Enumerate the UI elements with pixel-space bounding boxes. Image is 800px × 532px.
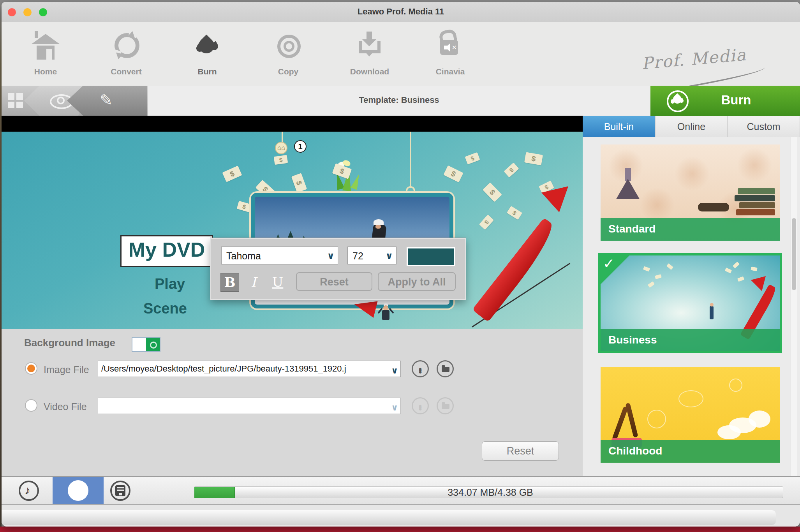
template-name-label: Template: Business — [148, 95, 650, 105]
scene-menu-item[interactable]: Scene — [143, 300, 187, 317]
video-open-folder-button-disabled — [437, 397, 454, 414]
templates-panel: Built-in Online Custom Standard — [583, 116, 800, 476]
edit-mode-button[interactable]: ✎ — [67, 86, 147, 116]
video-file-label: Video File — [44, 401, 87, 412]
video-file-path-input[interactable]: ∨ — [98, 398, 401, 414]
image-icon — [88, 489, 100, 499]
tab-online[interactable]: Online — [655, 116, 728, 137]
image-browse-ellipsis-button[interactable]: ● ● ● — [412, 360, 429, 377]
home-icon — [32, 29, 60, 65]
app-window: Leawo Prof. Media 11 Home Convert Burn — [2, 2, 800, 527]
toolbar-item-label: Copy — [259, 67, 317, 76]
template-name-band: Childhood — [601, 440, 780, 463]
toolbar-item-label: Download — [340, 67, 399, 76]
disc-menu-button[interactable] — [110, 481, 130, 501]
video-browse-ellipsis-button-disabled: ● ● ● — [412, 397, 429, 414]
hanging-string — [410, 132, 411, 187]
bottom-toolbar: ♪ 334.07 MB/4.38 GB — [2, 476, 800, 504]
scrollbar-thumb[interactable] — [792, 218, 796, 290]
logo-text: Prof. Media — [641, 45, 747, 73]
toolbar-item-cinavia[interactable]: ✕ Cinavia — [421, 26, 479, 85]
font-family-value: Tahoma — [226, 250, 261, 261]
red-arrow-graphic — [472, 218, 560, 322]
toolbar-item-download[interactable]: Download — [340, 26, 399, 85]
image-open-folder-button[interactable] — [437, 360, 454, 377]
toolbar-item-label: Convert — [97, 67, 155, 76]
capacity-text: 334.07 MB/4.38 GB — [370, 487, 611, 498]
download-icon — [356, 29, 384, 65]
toolbar-item-burn[interactable]: Burn — [178, 26, 236, 85]
chevron-down-icon: ∨ — [391, 400, 398, 414]
background-image-toggle[interactable] — [132, 337, 160, 352]
folder-icon — [442, 367, 449, 372]
italic-button[interactable]: I — [245, 273, 263, 291]
money-bill: $ — [274, 155, 288, 165]
image-file-path-input[interactable]: /Users/moyea/Desktop/test_picture/JPG/be… — [98, 361, 401, 377]
font-color-swatch[interactable] — [407, 247, 455, 266]
background-image-section: Background Image Image File /Users/moyea… — [2, 329, 583, 476]
bold-button[interactable]: B — [220, 273, 239, 292]
template-card-business-selected[interactable]: Business ✓ — [598, 253, 782, 353]
desktop: Leawo Prof. Media 11 Home Convert Burn — [0, 0, 800, 532]
money-bill: $ — [465, 152, 480, 164]
font-reset-button[interactable]: Reset — [296, 272, 372, 291]
telephone-art — [698, 203, 729, 211]
font-family-select[interactable]: Tahoma ∨ — [221, 247, 338, 264]
toolbar-item-home[interactable]: Home — [16, 26, 75, 85]
tab-built-in[interactable]: Built-in — [583, 116, 655, 137]
background-reset-button[interactable]: Reset — [482, 441, 559, 461]
menu-preview-area[interactable]: ⌂⌂ 1 $ $ $ $ $ $ $ $ $ $ $ — [2, 116, 583, 329]
video-file-radio[interactable] — [25, 399, 37, 412]
image-file-radio[interactable] — [25, 362, 37, 375]
convert-icon — [112, 29, 140, 65]
main-toolbar: Home Convert Burn Copy — [2, 22, 800, 86]
play-menu-item[interactable]: Play — [155, 276, 185, 292]
burn-button-label: Burn — [697, 93, 775, 107]
books-art — [738, 188, 775, 194]
money-bill: $ — [479, 215, 494, 230]
template-header: Template: Business — [148, 86, 650, 116]
toolbar-item-copy[interactable]: Copy — [259, 26, 317, 85]
title-bar: Leawo Prof. Media 11 — [2, 2, 800, 23]
desktop-bottom-strip — [0, 527, 800, 532]
image-icon-circle — [68, 480, 88, 501]
cinavia-unlock-mute-icon: ✕ — [436, 29, 464, 65]
burn-action-button[interactable]: Burn — [650, 86, 800, 116]
status-strip — [2, 504, 800, 527]
folder-icon — [442, 404, 449, 409]
toolbar-item-convert[interactable]: Convert — [97, 26, 155, 85]
underline-button[interactable]: U — [269, 273, 287, 291]
apply-to-all-button[interactable]: Apply to All — [378, 272, 456, 291]
template-name-band: Standard — [601, 218, 780, 241]
template-scene: ⌂⌂ 1 $ $ $ $ $ $ $ $ $ $ $ — [2, 132, 583, 329]
tab-custom[interactable]: Custom — [728, 116, 800, 137]
disc-drive-icon — [115, 485, 125, 496]
burn-flame-icon — [667, 90, 689, 112]
toolbar-item-label: Burn — [178, 67, 236, 76]
template-card-childhood[interactable]: Childhood — [601, 367, 780, 463]
page-number-badge: 1 — [294, 140, 307, 153]
tightrope-man-art — [710, 306, 714, 319]
thumbnail-view-button[interactable] — [8, 93, 24, 109]
font-size-select[interactable]: 72 ∨ — [347, 247, 396, 264]
template-name: Childhood — [608, 445, 662, 457]
home-menu-badge[interactable]: ⌂⌂ — [275, 142, 287, 154]
red-arrow-head — [541, 176, 577, 212]
templates-scrollbar[interactable] — [791, 137, 797, 476]
toolbar-item-label: Home — [16, 67, 75, 76]
background-music-button[interactable]: ♪ — [19, 481, 39, 501]
toggle-on-half — [146, 338, 160, 351]
window-title: Leawo Prof. Media 11 — [2, 7, 800, 17]
money-bill: $ — [237, 201, 252, 213]
background-image-button-active[interactable] — [53, 477, 104, 504]
template-card-standard[interactable]: Standard — [601, 144, 780, 241]
template-name: Standard — [608, 223, 656, 235]
money-bill: $ — [222, 166, 242, 182]
font-size-value: 72 — [352, 250, 363, 261]
pencil-icon: ✎ — [100, 91, 113, 109]
money-bill: $ — [524, 152, 543, 165]
status-inner-band — [2, 510, 776, 525]
money-bill: $ — [291, 173, 307, 193]
disc-icon — [274, 29, 302, 65]
dvd-title-edit-box[interactable]: My DVD — [120, 235, 213, 267]
